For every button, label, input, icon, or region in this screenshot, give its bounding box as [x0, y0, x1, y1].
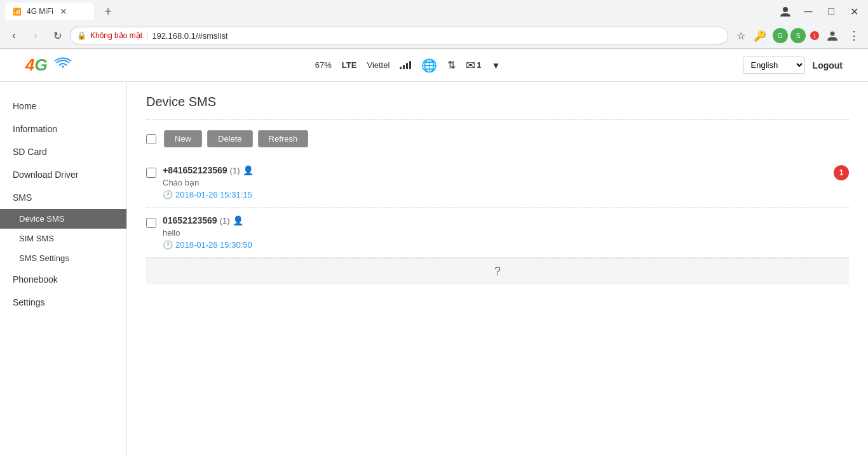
page-title: Device SMS	[146, 95, 849, 109]
sms-sender-1: +841652123569 (1) 👤	[163, 165, 827, 175]
delete-sms-button[interactable]: Delete	[207, 130, 253, 147]
signal-bars	[400, 61, 411, 69]
content-wrapper: Home Information SD Card Download Driver…	[0, 82, 868, 456]
mail-count: 1	[477, 60, 481, 70]
ext-shield-icon[interactable]: S	[790, 28, 806, 43]
maximize-button[interactable]: □	[822, 3, 840, 20]
sms-load-more[interactable]: ?	[146, 258, 849, 285]
header-right: English Tiếng Việt Logout	[743, 57, 843, 74]
ext-green-icon[interactable]: G	[773, 28, 788, 43]
signal-bar-4	[409, 61, 411, 69]
sms-checkbox-1[interactable]	[146, 168, 156, 178]
browser-menu-button[interactable]: ⋮	[845, 27, 863, 44]
sms-preview-2: hello	[163, 228, 849, 238]
insecure-label: Không bảo mật	[90, 31, 142, 40]
sms-checkbox-2[interactable]	[146, 218, 156, 228]
profile-icon[interactable]	[776, 3, 794, 20]
sms-unread-badge-1: 1	[834, 165, 849, 180]
sms-count-1: (1)	[230, 166, 240, 175]
sidebar-submenu-sms: Device SMS SIM SMS SMS Settings	[0, 209, 126, 268]
forward-button[interactable]: ›	[27, 27, 44, 44]
browser-chrome: 📶 4G MiFi ✕ + ─ □ ✕ ‹ › ↻ 🔒 Không bảo mậ…	[0, 0, 868, 49]
new-sms-button[interactable]: New	[164, 130, 202, 147]
security-icon: 🔒	[77, 31, 86, 40]
tab-close-button[interactable]: ✕	[58, 6, 69, 17]
network-type: LTE	[342, 60, 357, 70]
sidebar: Home Information SD Card Download Driver…	[0, 82, 127, 456]
battery-percent: 67%	[315, 60, 332, 70]
reload-button[interactable]: ↻	[48, 27, 66, 44]
minimize-button[interactable]: ─	[799, 3, 817, 20]
browser-toolbar: ‹ › ↻ 🔒 Không bảo mật | 192.168.0.1/#sms…	[0, 23, 868, 48]
sms-item-2[interactable]: 01652123569 (1) 👤 hello 🕐 2018-01-26 15:…	[146, 208, 849, 258]
clock-icon-2: 🕐	[163, 240, 173, 250]
data-transfer-icon: ⇅	[447, 59, 456, 71]
sidebar-item-sd-card[interactable]: SD Card	[0, 140, 126, 163]
logo-4-text: 4	[25, 55, 34, 74]
sms-item[interactable]: +841652123569 (1) 👤 Chào bạn 🕐 2018-01-2…	[146, 158, 849, 208]
url-separator: |	[146, 31, 148, 40]
select-all-checkbox[interactable]	[146, 134, 156, 144]
globe-icon: 🌐	[421, 58, 437, 73]
signal-bar-2	[403, 65, 405, 69]
signal-bar-3	[406, 63, 408, 69]
sidebar-item-sms[interactable]: SMS	[0, 186, 126, 209]
ext-person-icon[interactable]	[824, 27, 841, 44]
url-text: 192.168.0.1/#smslist	[152, 31, 227, 41]
browser-titlebar: 📶 4G MiFi ✕ + ─ □ ✕	[0, 0, 868, 23]
sms-time-row-1: 🕐 2018-01-26 15:31:15	[163, 190, 827, 199]
sidebar-item-phonebook[interactable]: Phonebook	[0, 268, 126, 291]
sms-time-row-2: 🕐 2018-01-26 15:30:50	[163, 240, 849, 250]
mail-area[interactable]: ✉ 1	[466, 58, 481, 72]
sidebar-item-home[interactable]: Home	[0, 95, 126, 117]
new-tab-button[interactable]: +	[99, 3, 117, 20]
wifi-logo-icon	[53, 57, 73, 74]
tab-favicon: 📶	[13, 8, 22, 16]
sms-content-2: 01652123569 (1) 👤 hello 🕐 2018-01-26 15:…	[163, 215, 849, 250]
close-window-button[interactable]: ✕	[845, 3, 863, 20]
sidebar-item-sms-settings[interactable]: SMS Settings	[0, 248, 126, 268]
sms-preview-1: Chào bạn	[163, 178, 827, 187]
header-status: 67% LTE Viettel 🌐 ⇅ ✉ 1 ▼	[315, 58, 501, 73]
signal-bar-1	[400, 67, 402, 69]
page: 4G 67% LTE Viettel 🌐 ⇅	[0, 49, 868, 463]
sidebar-item-settings[interactable]: Settings	[0, 291, 126, 314]
signal-dropdown-icon: ▼	[492, 60, 501, 70]
browser-tab[interactable]: 📶 4G MiFi ✕	[5, 3, 94, 20]
language-select[interactable]: English Tiếng Việt	[743, 57, 805, 74]
ext-badge-icon[interactable]: 1	[807, 28, 822, 43]
sms-count-2: (1)	[220, 216, 230, 225]
logout-button[interactable]: Logout	[813, 60, 843, 70]
sidebar-item-information[interactable]: Information	[0, 117, 126, 140]
sidebar-item-sim-sms[interactable]: SIM SMS	[0, 229, 126, 248]
toolbar-actions: ☆ 🔑	[732, 27, 769, 44]
sms-list: +841652123569 (1) 👤 Chào bạn 🕐 2018-01-2…	[146, 158, 849, 285]
address-bar[interactable]: 🔒 Không bảo mật | 192.168.0.1/#smslist	[70, 27, 728, 44]
load-more-icon[interactable]: ?	[494, 265, 501, 278]
svg-point-1	[831, 32, 835, 36]
mail-icon: ✉	[466, 58, 475, 72]
carrier-name: Viettel	[367, 60, 390, 70]
sms-content-1: +841652123569 (1) 👤 Chào bạn 🕐 2018-01-2…	[163, 165, 827, 199]
contact-icon-1: 👤	[243, 165, 254, 175]
sms-time-2: 2018-01-26 15:30:50	[175, 240, 252, 250]
back-button[interactable]: ‹	[5, 27, 23, 44]
sms-sender-2: 01652123569 (1) 👤	[163, 215, 849, 225]
key-icon[interactable]: 🔑	[751, 27, 769, 44]
logo-area: 4G	[25, 55, 73, 75]
logo-g-text: G	[34, 55, 47, 74]
logo-4g: 4G	[25, 55, 48, 75]
page-divider	[146, 119, 849, 120]
page-header: 4G 67% LTE Viettel 🌐 ⇅	[0, 49, 868, 82]
sidebar-item-device-sms[interactable]: Device SMS	[0, 209, 126, 229]
sms-toolbar: New Delete Refresh	[146, 130, 849, 147]
clock-icon-1: 🕐	[163, 190, 173, 199]
refresh-sms-button[interactable]: Refresh	[258, 130, 309, 147]
main-content: Device SMS New Delete Refresh +841652123…	[127, 82, 868, 456]
sms-time-1: 2018-01-26 15:31:15	[175, 190, 252, 199]
svg-point-0	[783, 7, 788, 12]
tab-title: 4G MiFi	[27, 7, 53, 16]
sidebar-item-download-driver[interactable]: Download Driver	[0, 163, 126, 186]
bookmark-star-button[interactable]: ☆	[732, 27, 750, 44]
contact-icon-2: 👤	[233, 215, 243, 225]
